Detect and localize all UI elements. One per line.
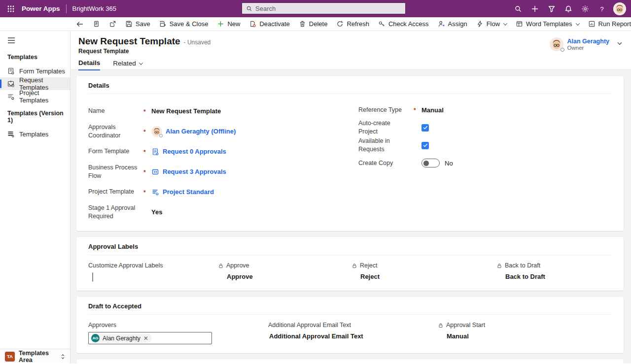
- accepted-to-reviewed-section: Accepted to Reviewed: [76, 359, 624, 364]
- search-icon: [246, 5, 252, 12]
- form-switcher-icon[interactable]: [88, 17, 105, 31]
- add-icon[interactable]: [526, 0, 543, 17]
- required-marker: *: [143, 188, 151, 196]
- section-title: Details: [88, 82, 612, 94]
- customize-approval-labels-checkbox[interactable]: [92, 272, 93, 282]
- new-button[interactable]: New: [212, 17, 245, 31]
- owner-avatar[interactable]: [550, 37, 563, 51]
- filter-icon[interactable]: [543, 0, 560, 17]
- field-available-in-requests: Available in Requests: [358, 136, 612, 154]
- entity-name: Request Template: [78, 48, 631, 55]
- form-template-lookup[interactable]: Request 0 Approvals: [151, 148, 358, 156]
- bpf-icon: [151, 168, 159, 176]
- notifications-icon[interactable]: [560, 0, 577, 17]
- topbar-actions: ?: [510, 0, 631, 17]
- account-avatar[interactable]: [613, 2, 626, 15]
- lock-icon: [496, 263, 502, 269]
- details-section: Details Name * New Request Template Appr…: [76, 76, 624, 231]
- form-tabs: Details Related: [78, 59, 631, 70]
- stage1-approval-value[interactable]: Yes: [151, 208, 358, 216]
- save-and-close-button[interactable]: Save & Close: [155, 17, 213, 31]
- search-input[interactable]: [255, 5, 401, 12]
- deactivate-button[interactable]: Deactivate: [245, 17, 294, 31]
- available-in-requests-checkbox[interactable]: [421, 142, 429, 149]
- back-to-draft-value[interactable]: Back to Draft: [505, 273, 612, 280]
- reference-type-value[interactable]: Manual: [421, 106, 612, 114]
- sidebar-item-form-templates[interactable]: Form Templates: [0, 65, 70, 77]
- app-launcher-waffle-icon[interactable]: [0, 0, 22, 17]
- name-value[interactable]: New Request Template: [151, 107, 358, 115]
- area-switcher[interactable]: TA Templates Area: [0, 349, 70, 364]
- check-access-button[interactable]: Check Access: [374, 17, 433, 31]
- lock-icon: [218, 263, 224, 269]
- tab-details[interactable]: Details: [78, 59, 100, 70]
- sidebar-item-request-templates[interactable]: Request Templates: [0, 77, 70, 90]
- owner-field: Alan Geraghty Owner: [550, 37, 609, 51]
- project-template-lookup[interactable]: Project Standard: [151, 188, 358, 196]
- field-form-template: Form Template * Request 0 Approvals: [88, 141, 358, 162]
- area-badge: TA: [5, 352, 15, 362]
- popout-icon[interactable]: [105, 17, 121, 31]
- required-marker: *: [143, 148, 151, 156]
- approvers-combobox[interactable]: AG Alan Geraghty ✕: [88, 332, 212, 344]
- approval-start-value[interactable]: Manual: [447, 332, 612, 340]
- field-back-to-draft-label: Back to Draft Back to Draft: [496, 262, 612, 282]
- field-reference-type: Reference Type * Manual: [358, 101, 612, 119]
- refresh-button[interactable]: Refresh: [332, 17, 374, 31]
- draft-to-accepted-section: Draft to Accepted Approvers AG Alan Gera…: [76, 297, 624, 353]
- tab-related[interactable]: Related: [113, 59, 142, 70]
- remove-approver-icon[interactable]: ✕: [143, 335, 148, 341]
- approvals-coordinator-lookup[interactable]: Alan Geraghty (Offline): [151, 126, 358, 137]
- settings-gear-icon[interactable]: [577, 0, 594, 17]
- owner-role-label: Owner: [567, 45, 609, 51]
- section-title: Approval Labels: [88, 243, 612, 255]
- approver-chip[interactable]: AG Alan Geraghty ✕: [91, 333, 152, 343]
- run-report-menu-button[interactable]: Run Report: [584, 17, 631, 31]
- assign-button[interactable]: Assign: [433, 17, 472, 31]
- business-process-flow-lookup[interactable]: Request 3 Approvals: [151, 168, 358, 176]
- global-search-box[interactable]: [242, 2, 406, 14]
- sidebar-item-templates[interactable]: Templates: [0, 128, 70, 140]
- area-label: Templates Area: [19, 350, 56, 364]
- app-name[interactable]: Power Apps: [22, 5, 60, 12]
- details-left-column: Name * New Request Template Approvals Co…: [88, 101, 358, 222]
- collapse-sidebar-hamburger-icon[interactable]: [0, 31, 70, 47]
- owner-name-link[interactable]: Alan Geraghty: [567, 38, 609, 45]
- person-avatar: [151, 126, 162, 137]
- environment-name[interactable]: BrightWork 365: [72, 5, 116, 12]
- additional-approval-email-text-value[interactable]: Additional Approval Email Text: [269, 332, 438, 340]
- flow-menu-button[interactable]: Flow: [472, 17, 511, 31]
- form-body: Details Name * New Request Template Appr…: [70, 70, 631, 364]
- save-button[interactable]: Save: [121, 17, 155, 31]
- presence-offline-icon: [561, 48, 564, 52]
- delete-button[interactable]: Delete: [294, 17, 332, 31]
- field-approvers: Approvers AG Alan Geraghty ✕: [88, 322, 268, 344]
- sidebar-item-label: Project Templates: [19, 89, 70, 104]
- command-bar: Save Save & Close New Deactivate Delete …: [0, 17, 631, 31]
- sidebar-item-label: Form Templates: [19, 67, 65, 75]
- create-copy-toggle[interactable]: [421, 159, 440, 167]
- auto-create-project-checkbox[interactable]: [421, 124, 429, 132]
- field-project-template: Project Template * Project Standard: [88, 182, 358, 202]
- help-icon[interactable]: ?: [594, 0, 610, 17]
- section-title: Draft to Accepted: [88, 302, 612, 315]
- approval-labels-section: Approval Labels Customize Approval Label…: [76, 237, 624, 291]
- required-marker: *: [143, 128, 151, 135]
- chevron-down-icon: [503, 21, 507, 25]
- approve-value[interactable]: Approve: [227, 273, 351, 280]
- search-icon[interactable]: [510, 0, 526, 17]
- lock-icon: [351, 263, 357, 269]
- reject-value[interactable]: Reject: [360, 273, 496, 280]
- back-button[interactable]: [71, 17, 88, 31]
- field-customize-approval-labels: Customize Approval Labels: [88, 262, 218, 282]
- sidebar-item-label: Templates: [19, 131, 48, 138]
- required-marker: *: [414, 106, 421, 114]
- field-approve-label: Approve Approve: [218, 262, 351, 282]
- chevron-down-icon: [139, 61, 143, 65]
- field-stage1-approval-required: Stage 1 Approval Required Yes: [88, 202, 358, 222]
- sidebar-item-project-templates[interactable]: Project Templates: [0, 90, 70, 103]
- nav-group-header: Templates: [0, 47, 70, 65]
- area-switcher-updown-icon: [60, 353, 66, 360]
- word-templates-menu-button[interactable]: Word Templates: [511, 17, 583, 31]
- collapse-header-chevron-icon[interactable]: [616, 40, 623, 47]
